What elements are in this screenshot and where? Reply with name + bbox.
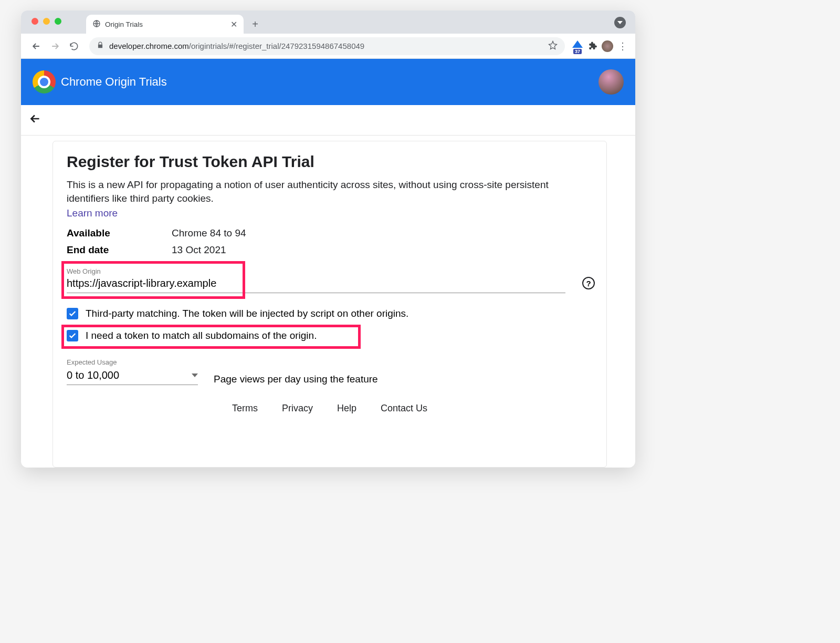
url-text: developer.chrome.com/origintrials/#/regi… (109, 42, 543, 50)
contact-link[interactable]: Contact Us (381, 403, 427, 414)
star-icon[interactable] (548, 40, 558, 51)
expected-usage-description: Page views per day using the feature (214, 374, 378, 385)
profile-avatar[interactable] (602, 40, 613, 52)
tab-title: Origin Trials (105, 20, 143, 28)
reload-button[interactable] (66, 38, 82, 54)
web-origin-field: Web Origin ? (67, 267, 593, 293)
tab-overflow-icon[interactable] (614, 17, 626, 28)
chrome-logo-icon (33, 70, 56, 94)
chevron-down-icon (192, 374, 198, 377)
minimize-window-button[interactable] (43, 18, 50, 25)
footer-links: Terms Privacy Help Contact Us (67, 403, 593, 414)
user-avatar[interactable] (598, 69, 624, 95)
web-origin-label: Web Origin (67, 267, 593, 275)
available-label: Available (67, 227, 172, 239)
terms-link[interactable]: Terms (232, 403, 258, 414)
third-party-row: Third-party matching. The token will be … (67, 308, 593, 319)
extensions-icon[interactable] (587, 42, 598, 51)
tab-strip: Origin Trials ✕ + (21, 11, 635, 34)
end-date-value: 13 Oct 2021 (172, 244, 226, 256)
expected-usage-field: Expected Usage 0 to 10,000 (67, 358, 198, 385)
expected-usage-value: 0 to 10,000 (67, 369, 119, 381)
back-button[interactable] (28, 38, 44, 54)
maximize-window-button[interactable] (55, 18, 61, 25)
new-tab-button[interactable]: + (248, 17, 262, 32)
subdomain-label: I need a token to match all subdomains o… (86, 330, 317, 341)
subdomain-checkbox[interactable] (67, 330, 78, 341)
web-origin-input[interactable] (67, 275, 565, 293)
lock-icon (97, 42, 104, 50)
expected-usage-row: Expected Usage 0 to 10,000 Page views pe… (67, 358, 593, 385)
browser-toolbar: developer.chrome.com/origintrials/#/regi… (21, 34, 635, 59)
page-heading: Register for Trust Token API Trial (67, 153, 593, 171)
browser-tab[interactable]: Origin Trials ✕ (86, 15, 244, 34)
browser-window: Origin Trials ✕ + developer.chrome.com/o… (21, 11, 635, 468)
meta-end-date: End date 13 Oct 2021 (67, 244, 593, 256)
privacy-link[interactable]: Privacy (282, 403, 313, 414)
available-value: Chrome 84 to 94 (172, 227, 246, 239)
site-title: Chrome Origin Trials (61, 75, 167, 89)
address-bar[interactable]: developer.chrome.com/origintrials/#/regi… (89, 37, 565, 55)
close-window-button[interactable] (32, 18, 38, 25)
expected-usage-label: Expected Usage (67, 358, 198, 366)
page-back-button[interactable] (28, 112, 42, 129)
globe-icon (92, 19, 101, 29)
subdomain-row: I need a token to match all subdomains o… (67, 330, 593, 341)
learn-more-link[interactable]: Learn more (67, 208, 118, 219)
extension-badge[interactable]: 37 (572, 40, 584, 52)
registration-card: Register for Trust Token API Trial This … (52, 141, 607, 468)
window-controls (32, 18, 61, 25)
page-description: This is a new API for propagating a noti… (67, 178, 593, 205)
help-link[interactable]: Help (337, 403, 356, 414)
forward-button[interactable] (47, 38, 63, 54)
meta-available: Available Chrome 84 to 94 (67, 227, 593, 239)
browser-menu-icon[interactable]: ⋮ (616, 40, 628, 52)
third-party-label: Third-party matching. The token will be … (86, 308, 408, 319)
help-icon[interactable]: ? (582, 277, 595, 289)
close-tab-icon[interactable]: ✕ (230, 19, 237, 29)
page-nav (21, 105, 635, 136)
site-header: Chrome Origin Trials (21, 59, 635, 105)
end-date-label: End date (67, 244, 172, 256)
expected-usage-select[interactable]: 0 to 10,000 (67, 367, 198, 385)
third-party-checkbox[interactable] (67, 308, 78, 319)
